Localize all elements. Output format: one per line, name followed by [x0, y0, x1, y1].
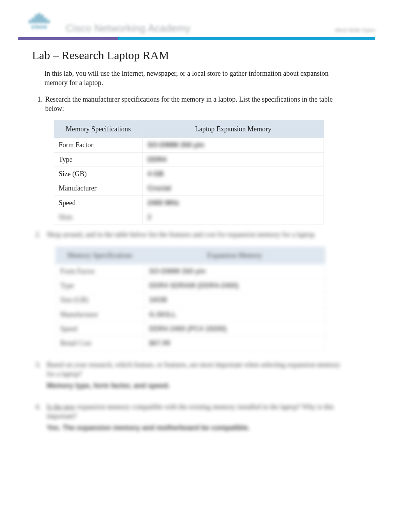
step-3-marker: 3.: [34, 360, 41, 391]
header-divider: [18, 37, 375, 40]
step-4: 4. Is the new expansion memory compatibl…: [34, 402, 368, 433]
table2-row1-label: Type: [56, 279, 144, 293]
step-4-marker: 4.: [34, 402, 41, 433]
table2-header-specs: Memory Specifications: [56, 246, 144, 264]
step-3-text: Based on your research, which feature, o…: [47, 360, 344, 379]
table1-row3-label: Manufacturer: [54, 181, 143, 195]
table2-row2-label: Size (GB): [56, 293, 144, 307]
step-4-answer: Yes. The expansion memory and motherboar…: [47, 423, 368, 432]
table-row: Manufacturer G.SKILL: [56, 307, 325, 321]
table2-header-expansion: Expansion Memory: [144, 246, 325, 264]
table1-row4-value: 2400 MHz: [147, 199, 179, 207]
table2-row3-label: Manufacturer: [56, 307, 144, 321]
table2-row1-value: DDR4 SDRAM (DDR4-2400): [149, 282, 239, 289]
table-row: Type DDR4: [54, 152, 324, 167]
table1-row2-label: Size (GB): [54, 167, 143, 181]
table1-row1-label: Type: [54, 152, 143, 167]
step-2: 2. Shop around, and in the table below l…: [34, 230, 368, 354]
table-row: Slots 2: [54, 210, 324, 224]
table1-row4-label: Speed: [54, 195, 143, 210]
table-row: Size (GB) 16GB: [56, 293, 325, 307]
steps-list: Research the manufacturer specifications…: [34, 95, 368, 225]
program-name: Cisco Networking Academy: [66, 22, 191, 34]
step-1-text: Research the manufacturer specifications…: [45, 95, 342, 114]
document-content: In this lab, you will use the Internet, …: [44, 69, 368, 432]
page-title: Lab – Research Laptop RAM: [32, 49, 375, 62]
step-2-text: Shop around, and in the table below list…: [47, 230, 344, 239]
table1-header-specs: Memory Specifications: [54, 121, 143, 138]
table2-row3-value: G.SKILL: [149, 311, 176, 318]
table2-row2-value: 16GB: [149, 296, 167, 304]
table-row: Form Factor SO-DIMM 260 pin: [56, 264, 325, 278]
tagline: Mind Wide Open: [335, 27, 375, 33]
table1-header-expansion: Laptop Expansion Memory: [143, 121, 324, 138]
table2-row4-value: DDR4 2400 (PC4 19200): [149, 325, 227, 333]
document-header: cisco Cisco Networking Academy Mind Wide…: [21, 12, 375, 39]
table1-row0-label: Form Factor: [54, 138, 143, 152]
step-1: Research the manufacturer specifications…: [44, 95, 368, 225]
step-4-text: Is the new expansion memory compatible w…: [47, 402, 344, 421]
table-row: Manufacturer Crucial: [54, 181, 324, 195]
table-laptop-memory-specs: Memory Specifications Laptop Expansion M…: [54, 120, 324, 224]
table1-row0-value: SO-DIMM 260 pin: [147, 141, 204, 149]
cisco-logo: cisco: [23, 12, 56, 32]
table1-row3-value: Crucial: [147, 184, 171, 192]
step-3: 3. Based on your research, which feature…: [34, 360, 368, 391]
table2-row5-label: Retail Cost: [56, 336, 144, 350]
table1-row5-label: Slots: [54, 210, 143, 224]
step-3-answer: Memory type, form factor, and speed.: [47, 381, 368, 390]
table2-row0-value: SO-DIMM 260 pin: [149, 267, 206, 275]
table-expansion-memory: Memory Specifications Expansion Memory F…: [55, 246, 325, 351]
step-2-marker: 2.: [34, 230, 41, 354]
step-4-text-rest: expansion memory compatible with the exi…: [47, 403, 334, 420]
intro-paragraph: In this lab, you will use the Internet, …: [44, 69, 338, 88]
table-row: Speed 2400 MHz: [54, 195, 324, 210]
table2-row5-value: $67.99: [149, 339, 170, 347]
table-row: Form Factor SO-DIMM 260 pin: [54, 138, 324, 152]
table1-row1-value: DDR4: [147, 156, 166, 163]
logo-word: cisco: [23, 23, 56, 30]
table-row: Speed DDR4 2400 (PC4 19200): [56, 322, 325, 336]
table2-row0-label: Form Factor: [56, 264, 144, 278]
table-row: Size (GB) 4 GB: [54, 167, 324, 181]
table-row: Type DDR4 SDRAM (DDR4-2400): [56, 279, 325, 293]
step-4-text-prefix: Is the new: [47, 403, 75, 411]
table-row: Retail Cost $67.99: [56, 336, 325, 350]
cisco-signal-icon: [23, 12, 56, 23]
table1-row5-value: 2: [147, 213, 151, 221]
table1-row2-value: 4 GB: [147, 170, 164, 178]
table2-row4-label: Speed: [56, 322, 144, 336]
